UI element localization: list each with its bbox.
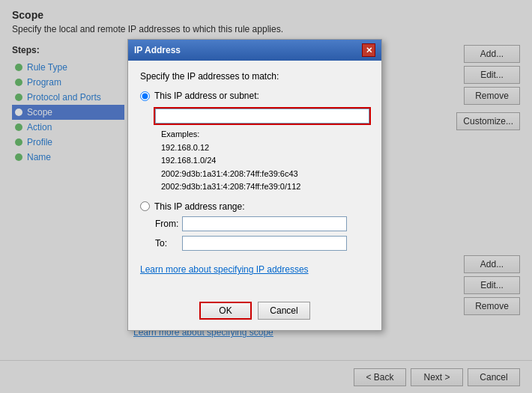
dialog-instruction: Specify the IP addresses to match: [140,71,369,82]
modal-overlay: IP Address ✕ Specify the IP addresses to… [0,0,532,393]
dialog-body: Specify the IP addresses to match: This … [128,61,381,296]
dialog-learn-more-link[interactable]: Learn more about specifying IP addresses [140,264,369,275]
dialog-close-button[interactable]: ✕ [362,43,375,57]
main-page: Scope Specify the local and remote IP ad… [0,0,532,393]
radio-row-range: This IP address range: [140,201,369,212]
radio-subnet[interactable] [140,91,150,101]
examples-block: Examples: 192.168.0.12 192.168.1.0/24 20… [155,128,369,194]
from-label: From: [155,219,178,229]
dialog-cancel-button[interactable]: Cancel [258,302,310,320]
from-row: From: [155,216,369,231]
to-label: To: [155,238,178,249]
to-input[interactable] [182,236,347,251]
example-4: 2002:9d3b:1a31:4:208:74ff:fe39:0/112 [161,182,300,191]
ip-address-dialog: IP Address ✕ Specify the IP addresses to… [127,39,382,331]
dialog-titlebar: IP Address ✕ [128,40,381,61]
example-2: 192.168.1.0/24 [161,156,216,165]
subnet-input-area: Examples: 192.168.0.12 192.168.1.0/24 20… [155,106,369,194]
radio-group-range: This IP address range: From: To: [140,201,369,251]
example-1: 192.168.0.12 [161,143,209,152]
ok-button[interactable]: OK [199,302,252,320]
subnet-input[interactable] [155,109,369,124]
radio-row-subnet: This IP address or subnet: [140,91,369,101]
from-input[interactable] [182,216,347,231]
example-3: 2002:9d3b:1a31:4:208:74ff:fe39:6c43 [161,169,298,178]
radio-group-subnet: This IP address or subnet: Examples: 192… [140,91,369,194]
radio-range[interactable] [140,201,150,211]
dialog-title: IP Address [134,45,181,55]
radio-subnet-label: This IP address or subnet: [154,91,259,101]
to-row: To: [155,236,369,251]
examples-label: Examples: [161,130,199,138]
dialog-footer: OK Cancel [128,296,381,330]
radio-range-label: This IP address range: [154,201,245,212]
